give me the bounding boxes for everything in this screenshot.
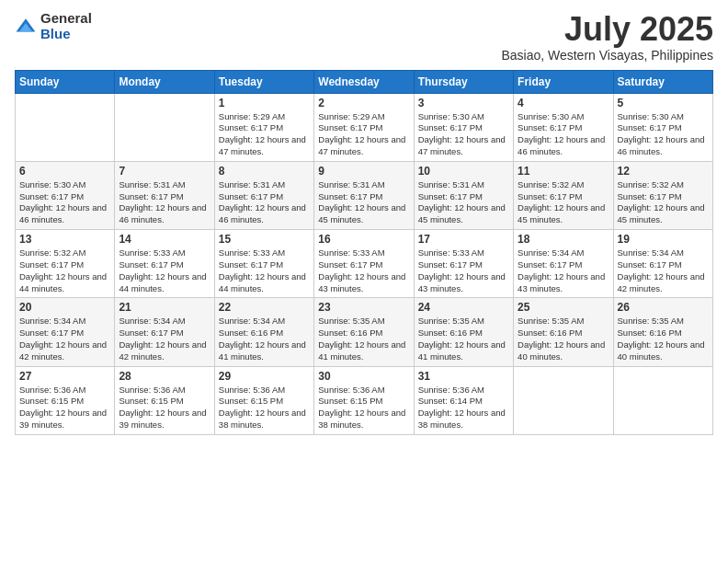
calendar-cell: 22Sunrise: 5:34 AMSunset: 6:16 PMDayligh… [214, 298, 313, 366]
day-info: Sunrise: 5:32 AMSunset: 6:17 PMDaylight:… [518, 179, 609, 226]
calendar-week-5: 27Sunrise: 5:36 AMSunset: 6:15 PMDayligh… [16, 366, 713, 434]
day-number: 1 [219, 97, 310, 109]
calendar-header-row: SundayMondayTuesdayWednesdayThursdayFrid… [16, 70, 713, 93]
calendar-cell: 1Sunrise: 5:29 AMSunset: 6:17 PMDaylight… [214, 93, 313, 161]
day-info: Sunrise: 5:34 AMSunset: 6:17 PMDaylight:… [19, 316, 110, 362]
calendar-header-thursday: Thursday [414, 70, 513, 93]
day-info: Sunrise: 5:34 AMSunset: 6:16 PMDaylight:… [219, 316, 310, 362]
day-number: 23 [318, 301, 409, 314]
day-number: 11 [518, 165, 609, 178]
calendar-cell: 10Sunrise: 5:31 AMSunset: 6:17 PMDayligh… [414, 161, 513, 229]
calendar-header-saturday: Saturday [613, 70, 712, 93]
calendar-header-tuesday: Tuesday [214, 70, 313, 93]
day-info: Sunrise: 5:29 AMSunset: 6:17 PMDaylight:… [318, 111, 409, 158]
calendar-cell: 3Sunrise: 5:30 AMSunset: 6:17 PMDaylight… [414, 93, 513, 161]
calendar-cell: 8Sunrise: 5:31 AMSunset: 6:17 PMDaylight… [214, 161, 313, 229]
day-number: 16 [318, 233, 409, 246]
day-number: 22 [219, 301, 310, 314]
day-info: Sunrise: 5:35 AMSunset: 6:16 PMDaylight:… [318, 316, 409, 362]
day-info: Sunrise: 5:33 AMSunset: 6:17 PMDaylight:… [318, 247, 409, 294]
day-number: 18 [518, 233, 609, 246]
calendar-cell: 15Sunrise: 5:33 AMSunset: 6:17 PMDayligh… [214, 230, 313, 298]
calendar-cell: 13Sunrise: 5:32 AMSunset: 6:17 PMDayligh… [16, 230, 115, 298]
day-number: 17 [418, 233, 509, 246]
calendar-cell: 7Sunrise: 5:31 AMSunset: 6:17 PMDaylight… [115, 161, 214, 229]
day-info: Sunrise: 5:32 AMSunset: 6:17 PMDaylight:… [618, 179, 709, 226]
day-info: Sunrise: 5:33 AMSunset: 6:17 PMDaylight:… [418, 247, 509, 294]
day-number: 14 [119, 233, 210, 246]
day-number: 25 [518, 301, 609, 314]
calendar-header-sunday: Sunday [16, 70, 115, 93]
day-info: Sunrise: 5:35 AMSunset: 6:16 PMDaylight:… [418, 316, 509, 362]
day-number: 28 [119, 370, 210, 383]
day-info: Sunrise: 5:31 AMSunset: 6:17 PMDaylight:… [418, 179, 509, 226]
day-number: 9 [318, 165, 409, 178]
calendar-cell: 16Sunrise: 5:33 AMSunset: 6:17 PMDayligh… [314, 230, 414, 298]
day-number: 15 [219, 233, 310, 246]
calendar-week-4: 20Sunrise: 5:34 AMSunset: 6:17 PMDayligh… [16, 298, 713, 366]
header: General Blue July 2025 Basiao, Western V… [15, 11, 713, 63]
day-info: Sunrise: 5:32 AMSunset: 6:17 PMDaylight:… [19, 247, 110, 294]
calendar-cell: 25Sunrise: 5:35 AMSunset: 6:16 PMDayligh… [514, 298, 613, 366]
calendar-cell: 4Sunrise: 5:30 AMSunset: 6:17 PMDaylight… [514, 93, 613, 161]
calendar-cell: 19Sunrise: 5:34 AMSunset: 6:17 PMDayligh… [613, 230, 712, 298]
logo: General Blue [15, 11, 92, 41]
calendar-cell: 26Sunrise: 5:35 AMSunset: 6:16 PMDayligh… [613, 298, 712, 366]
day-info: Sunrise: 5:36 AMSunset: 6:15 PMDaylight:… [318, 385, 409, 431]
day-info: Sunrise: 5:31 AMSunset: 6:17 PMDaylight:… [219, 179, 310, 226]
calendar-cell: 31Sunrise: 5:36 AMSunset: 6:14 PMDayligh… [414, 366, 513, 434]
day-info: Sunrise: 5:29 AMSunset: 6:17 PMDaylight:… [219, 111, 310, 158]
day-info: Sunrise: 5:35 AMSunset: 6:16 PMDaylight:… [618, 316, 709, 362]
calendar-cell: 18Sunrise: 5:34 AMSunset: 6:17 PMDayligh… [514, 230, 613, 298]
day-info: Sunrise: 5:36 AMSunset: 6:15 PMDaylight:… [19, 385, 110, 431]
calendar-cell: 20Sunrise: 5:34 AMSunset: 6:17 PMDayligh… [16, 298, 115, 366]
day-number: 19 [618, 233, 709, 246]
day-info: Sunrise: 5:35 AMSunset: 6:16 PMDaylight:… [518, 316, 609, 362]
logo-text: General Blue [40, 11, 92, 41]
day-number: 24 [418, 301, 509, 314]
calendar-week-2: 6Sunrise: 5:30 AMSunset: 6:17 PMDaylight… [16, 161, 713, 229]
calendar-week-1: 1Sunrise: 5:29 AMSunset: 6:17 PMDaylight… [16, 93, 713, 161]
day-number: 27 [19, 370, 110, 383]
day-number: 4 [518, 97, 609, 109]
page: General Blue July 2025 Basiao, Western V… [0, 0, 728, 563]
calendar-cell: 11Sunrise: 5:32 AMSunset: 6:17 PMDayligh… [514, 161, 613, 229]
day-number: 29 [219, 370, 310, 383]
logo-blue: Blue [40, 27, 92, 42]
calendar-cell: 23Sunrise: 5:35 AMSunset: 6:16 PMDayligh… [314, 298, 414, 366]
calendar-cell [514, 366, 613, 434]
main-title: July 2025 [501, 11, 713, 48]
day-number: 13 [19, 233, 110, 246]
day-number: 2 [318, 97, 409, 109]
day-info: Sunrise: 5:33 AMSunset: 6:17 PMDaylight:… [119, 247, 210, 294]
day-info: Sunrise: 5:34 AMSunset: 6:17 PMDaylight:… [119, 316, 210, 362]
calendar-cell: 2Sunrise: 5:29 AMSunset: 6:17 PMDaylight… [314, 93, 414, 161]
day-info: Sunrise: 5:30 AMSunset: 6:17 PMDaylight:… [19, 179, 110, 226]
calendar-week-3: 13Sunrise: 5:32 AMSunset: 6:17 PMDayligh… [16, 230, 713, 298]
day-info: Sunrise: 5:34 AMSunset: 6:17 PMDaylight:… [618, 247, 709, 294]
day-info: Sunrise: 5:31 AMSunset: 6:17 PMDaylight:… [119, 179, 210, 226]
day-number: 12 [618, 165, 709, 178]
day-number: 26 [618, 301, 709, 314]
day-info: Sunrise: 5:36 AMSunset: 6:14 PMDaylight:… [418, 385, 509, 431]
calendar: SundayMondayTuesdayWednesdayThursdayFrid… [15, 70, 713, 435]
day-number: 31 [418, 370, 509, 383]
calendar-cell: 27Sunrise: 5:36 AMSunset: 6:15 PMDayligh… [16, 366, 115, 434]
calendar-cell: 6Sunrise: 5:30 AMSunset: 6:17 PMDaylight… [16, 161, 115, 229]
title-block: July 2025 Basiao, Western Visayas, Phili… [501, 11, 713, 63]
day-number: 10 [418, 165, 509, 178]
calendar-cell: 30Sunrise: 5:36 AMSunset: 6:15 PMDayligh… [314, 366, 414, 434]
calendar-header-monday: Monday [115, 70, 214, 93]
calendar-cell: 17Sunrise: 5:33 AMSunset: 6:17 PMDayligh… [414, 230, 513, 298]
day-number: 3 [418, 97, 509, 109]
calendar-cell [115, 93, 214, 161]
logo-icon [15, 16, 37, 38]
day-number: 6 [19, 165, 110, 178]
calendar-header-wednesday: Wednesday [314, 70, 414, 93]
day-number: 8 [219, 165, 310, 178]
day-number: 30 [318, 370, 409, 383]
calendar-cell [613, 366, 712, 434]
calendar-cell: 5Sunrise: 5:30 AMSunset: 6:17 PMDaylight… [613, 93, 712, 161]
calendar-cell: 28Sunrise: 5:36 AMSunset: 6:15 PMDayligh… [115, 366, 214, 434]
calendar-cell: 14Sunrise: 5:33 AMSunset: 6:17 PMDayligh… [115, 230, 214, 298]
